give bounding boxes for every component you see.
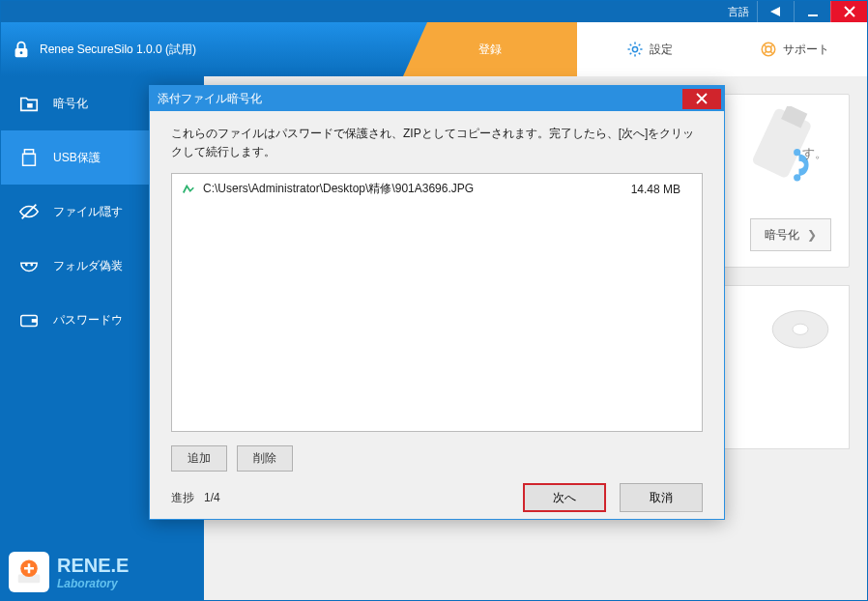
system-titlebar: 言語 xyxy=(1,1,867,22)
brand-icon xyxy=(9,552,49,592)
close-icon xyxy=(696,93,708,104)
sidebar-item-label: パスワードウ xyxy=(53,312,123,329)
sidebar-item-label: USB保護 xyxy=(53,150,101,166)
svg-rect-8 xyxy=(23,154,36,165)
progress-step: 進捗 1/4 xyxy=(171,490,220,506)
tab-register[interactable]: 登録 xyxy=(403,22,577,76)
eye-slash-icon xyxy=(18,201,40,222)
file-path: C:\Users\Administrator\Desktop\精修\901A36… xyxy=(203,181,588,197)
add-button[interactable]: 追加 xyxy=(171,445,227,472)
svg-point-10 xyxy=(30,264,33,267)
minimize-button[interactable] xyxy=(794,1,830,22)
next-button[interactable]: 次へ xyxy=(523,483,606,512)
language-label[interactable]: 言語 xyxy=(728,5,749,19)
app-title: Renee SecureSilo 1.0.0 (試用) xyxy=(11,39,196,60)
sidebar-item-label: ファイル隠す xyxy=(53,204,123,220)
dialog-actions: 次へ 取消 xyxy=(523,483,703,512)
tab-settings[interactable]: 設定 xyxy=(577,22,722,76)
svg-point-9 xyxy=(25,264,28,267)
app-header: Renee SecureSilo 1.0.0 (試用) 登録 設定 サポート xyxy=(1,22,867,76)
folder-lock-icon xyxy=(18,93,40,114)
dialog-footer: 進捗 1/4 次へ 取消 xyxy=(150,472,724,512)
dialog-body: これらのファイルはパスワードで保護され、ZIPとしてコピーされます。完了したら、… xyxy=(150,111,724,445)
close-button[interactable] xyxy=(830,1,867,22)
file-row[interactable]: C:\Users\Administrator\Desktop\精修\901A36… xyxy=(172,174,702,204)
file-size: 14.48 MB xyxy=(595,183,692,196)
svg-rect-6 xyxy=(27,103,33,108)
attach-encrypt-dialog: 添付ファイル暗号化 これらのファイルはパスワードで保護され、ZIPとしてコピーさ… xyxy=(149,85,725,520)
cancel-button-label: 取消 xyxy=(650,490,673,506)
svg-point-5 xyxy=(766,46,771,52)
brand-footer: RENE.E Laboratory xyxy=(9,552,129,592)
gear-icon xyxy=(626,41,644,58)
disc-icon xyxy=(762,294,839,371)
minimize-icon xyxy=(807,6,819,17)
sidebar-item-label: 暗号化 xyxy=(53,96,88,112)
dialog-title: 添付ファイル暗号化 xyxy=(158,91,262,107)
dialog-titlebar: 添付ファイル暗号化 xyxy=(150,86,724,111)
file-status-icon xyxy=(182,183,195,196)
svg-point-3 xyxy=(632,46,637,51)
lifebuoy-icon xyxy=(760,41,777,58)
svg-point-2 xyxy=(20,51,23,54)
next-button-label: 次へ xyxy=(553,490,576,506)
header-tabs: 登録 設定 サポート xyxy=(403,22,867,76)
back-button[interactable] xyxy=(757,1,794,22)
svg-point-18 xyxy=(794,174,800,181)
chevron-right-icon: ❯ xyxy=(807,228,817,242)
dialog-toolbar: 追加 削除 xyxy=(150,445,724,472)
encrypt-button[interactable]: 暗号化 ❯ xyxy=(750,218,831,251)
tab-register-label: 登録 xyxy=(478,42,502,58)
app-title-text: Renee SecureSilo 1.0.0 (試用) xyxy=(40,42,196,58)
svg-rect-0 xyxy=(808,14,818,16)
cancel-button[interactable]: 取消 xyxy=(620,483,703,512)
mask-icon xyxy=(18,255,40,276)
dialog-close-button[interactable] xyxy=(682,89,721,109)
delete-button-label: 削除 xyxy=(253,450,276,467)
usb-icon xyxy=(18,147,40,168)
file-list[interactable]: C:\Users\Administrator\Desktop\精修\901A36… xyxy=(171,173,703,432)
triangle-left-icon xyxy=(770,7,782,16)
wallet-icon xyxy=(18,309,40,330)
encrypt-button-label: 暗号化 xyxy=(765,227,799,243)
progress-label: 進捗 xyxy=(171,491,194,504)
delete-button[interactable]: 削除 xyxy=(237,445,293,472)
tab-support-label: サポート xyxy=(783,42,829,58)
svg-point-21 xyxy=(793,324,808,334)
svg-point-17 xyxy=(794,149,800,156)
dialog-message: これらのファイルはパスワードで保護され、ZIPとしてコピーされます。完了したら、… xyxy=(171,125,703,161)
progress-value: 1/4 xyxy=(204,491,220,504)
brand-line2: Laboratory xyxy=(57,577,129,590)
sidebar-item-label: フォルダ偽装 xyxy=(53,258,123,274)
svg-point-4 xyxy=(762,43,775,56)
close-icon xyxy=(844,6,855,17)
tab-support[interactable]: サポート xyxy=(722,22,867,76)
add-button-label: 追加 xyxy=(188,450,211,467)
brand-line1: RENE.E xyxy=(57,555,129,577)
lock-icon xyxy=(11,39,32,60)
tab-settings-label: 設定 xyxy=(650,42,673,58)
brand-text: RENE.E Laboratory xyxy=(57,555,129,590)
app-window: 言語 Renee SecureSilo 1.0.0 (試用) 登録 設定 xyxy=(0,0,868,601)
card-description: す。 xyxy=(802,145,827,162)
svg-rect-12 xyxy=(32,319,38,323)
